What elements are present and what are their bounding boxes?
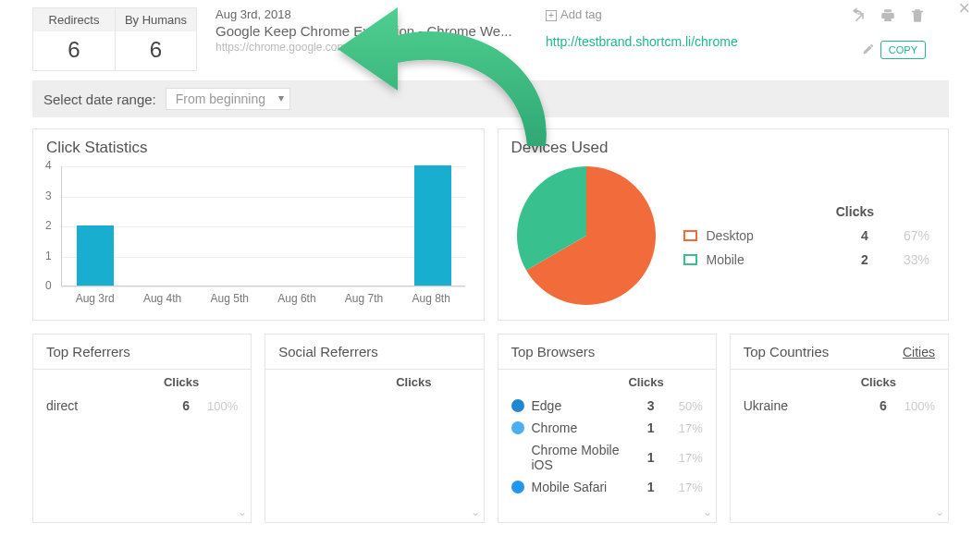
copy-button[interactable]: COPY [880,41,926,59]
row-name: Chrome [532,420,638,435]
browser-icon [511,399,524,412]
device-row: Mobile233% [683,252,930,267]
add-tag-button[interactable]: +Add tag [546,7,738,21]
scroll-down-icon[interactable]: ⌄ [935,505,944,518]
devices-title: Devices Used [498,129,949,166]
click-statistics-panel: Click Statistics 01234 Aug 3rdAug 4thAug… [32,128,485,321]
social-referrers-card: Social Referrers Clicks ⌄ [265,334,484,523]
click-statistics-title: Click Statistics [33,129,484,166]
edit-icon[interactable] [862,43,875,55]
device-pct: 33% [883,252,929,267]
row-name: Edge [532,398,638,413]
date-range-select[interactable]: From beginning [166,88,290,110]
table-row: Ukraine6100% [744,395,935,417]
scroll-down-icon[interactable]: ⌄ [703,505,712,518]
clicks-header: Clicks [396,375,431,389]
browser-icon [511,421,524,434]
clicks-header: Clicks [164,375,199,389]
row-clicks: 6 [173,398,199,413]
plus-icon: + [546,10,557,21]
top-countries-title: Top Countries [744,344,830,359]
devices-pie-chart [517,166,656,305]
clicks-header: Clicks [628,375,663,389]
trash-icon[interactable] [909,7,926,24]
print-icon[interactable] [880,7,896,24]
devices-panel: Devices Used Clicks Desktop467%Mobile233… [498,128,950,321]
row-pct: 100% [199,399,238,413]
redirects-label: Redirects [33,8,115,31]
row-clicks: 1 [638,450,664,465]
table-row: Chrome Mobile iOS117% [511,439,703,476]
byhumans-value: 6 [116,31,196,70]
row-name: Ukraine [744,398,870,413]
clicks-header: Clicks [861,375,896,389]
top-browsers-card: Top Browsers Clicks Edge350%Chrome117%Ch… [498,334,717,523]
device-pct: 67% [883,228,929,243]
social-referrers-title: Social Referrers [278,344,378,359]
bar [77,225,114,286]
row-pct: 17% [664,421,703,435]
scroll-down-icon[interactable]: ⌄ [471,505,480,518]
close-icon[interactable]: × [958,0,970,20]
redirects-value: 6 [33,31,115,70]
row-pct: 17% [664,451,703,465]
device-name: Mobile [707,252,847,267]
device-clicks: 2 [846,252,883,267]
page-title: Google Keep Chrome Extension - Chrome We… [215,23,512,39]
device-swatch-icon [683,254,697,265]
x-tick: Aug 8th [412,292,449,305]
date-range-bar: Select date range: From beginning [32,80,949,117]
scroll-down-icon[interactable]: ⌄ [238,505,247,518]
device-name: Desktop [707,228,847,243]
short-link[interactable]: http://testbrand.shortcm.li/chrome [546,34,738,49]
row-pct: 17% [664,481,703,494]
device-swatch-icon [683,230,697,241]
stat-boxes: Redirects 6 By Humans 6 [32,7,197,71]
add-tag-label: Add tag [560,7,602,21]
row-pct: 100% [896,399,935,413]
click-bar-chart: 01234 [61,166,465,286]
row-clicks: 6 [870,398,896,413]
x-tick: Aug 3rd [76,292,115,305]
devices-clicks-header: Clicks [683,204,930,219]
table-row: direct6100% [46,395,238,417]
created-date: Aug 3rd, 2018 [215,7,512,21]
x-tick: Aug 6th [277,292,315,305]
row-clicks: 1 [638,420,664,435]
x-tick: Aug 4th [143,292,181,305]
share-icon[interactable] [850,7,867,24]
byhumans-label: By Humans [116,8,196,31]
table-row: Mobile Safari117% [511,476,703,498]
browser-icon [511,451,524,464]
table-row: Chrome117% [511,417,703,439]
browser-icon [511,481,524,493]
row-name: direct [46,398,173,413]
table-row: Edge350% [511,395,703,417]
row-clicks: 1 [638,480,664,494]
x-tick: Aug 5th [211,292,249,305]
top-referrers-title: Top Referrers [46,344,130,359]
row-clicks: 3 [638,398,664,413]
cities-link[interactable]: Cities [903,345,935,359]
row-name: Chrome Mobile iOS [532,443,638,472]
top-referrers-card: Top Referrers Clicks direct6100% ⌄ [32,334,252,523]
top-countries-card: Top Countries Cities Clicks Ukraine6100%… [730,334,949,523]
x-tick: Aug 7th [345,292,383,305]
long-url: https://chrome.google.com/webstore/detai… [215,41,512,54]
row-name: Mobile Safari [532,480,638,494]
top-browsers-title: Top Browsers [511,344,596,359]
device-clicks: 4 [846,228,883,243]
bar [414,165,451,286]
device-row: Desktop467% [683,228,930,243]
row-pct: 50% [664,399,703,413]
date-range-label: Select date range: [43,91,156,107]
